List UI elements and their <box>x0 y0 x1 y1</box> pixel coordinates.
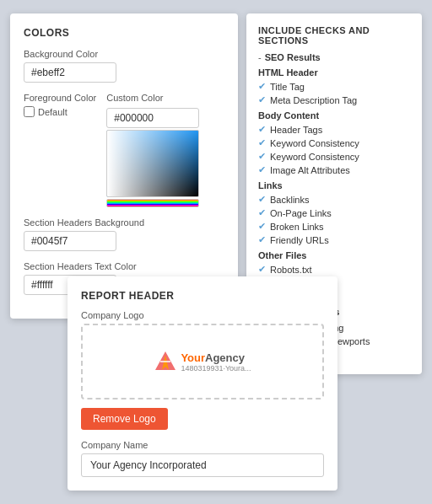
check-robots: ✔ Robots.txt <box>258 264 410 275</box>
logo-preview: YourAgency 1480319931·Youra... <box>154 350 251 373</box>
logo-upload-area[interactable]: YourAgency 1480319931·Youra... <box>81 324 324 399</box>
section-headers-bg-input[interactable] <box>24 231 116 251</box>
check-onpage-links: ✔ On-Page Links <box>258 207 410 218</box>
check-icon: ✔ <box>258 81 266 92</box>
company-logo-label: Company Logo <box>81 310 324 320</box>
check-header-tags: ✔ Header Tags <box>258 124 410 135</box>
report-card: REPORT HEADER Company Logo YourAgency 14… <box>68 276 338 491</box>
check-icon: ✔ <box>258 164 266 175</box>
seo-section-toggle[interactable]: - SEO Results <box>258 52 410 62</box>
bg-color-input[interactable] <box>24 62 116 83</box>
check-icon: ✔ <box>258 264 266 275</box>
check-icon: ✔ <box>258 151 266 162</box>
check-icon: ✔ <box>258 234 266 245</box>
logo-sub-text: 1480319931·Youra... <box>181 364 251 373</box>
fg-custom-field: Foreground Color Default Custom Color <box>24 93 224 207</box>
checks-title: INCLUDE CHECKS AND SECTIONS <box>258 25 410 46</box>
section-headers-bg-field: Section Headers Background <box>24 217 224 251</box>
logo-text: YourAgency 1480319931·Youra... <box>181 351 251 373</box>
check-backlinks: ✔ Backlinks <box>258 194 410 205</box>
custom-color-group: Custom Color <box>106 93 199 207</box>
bg-color-label: Background Color <box>24 49 224 59</box>
check-icon: ✔ <box>258 124 266 135</box>
agency-logo-icon <box>154 350 177 373</box>
other-files-label: Other Files <box>258 250 410 260</box>
check-icon: ✔ <box>258 221 266 232</box>
check-keyword-consistency-1: ✔ Keyword Consistency <box>258 137 410 148</box>
check-image-alt: ✔ Image Alt Attributes <box>258 164 410 175</box>
check-icon: ✔ <box>258 137 266 148</box>
html-header-label: HTML Header <box>258 67 410 78</box>
color-picker-canvas[interactable] <box>106 130 199 197</box>
body-content-label: Body Content <box>258 110 410 121</box>
check-friendly-urls: ✔ Friendly URLs <box>258 234 410 245</box>
company-name-label: Company Name <box>81 440 324 450</box>
company-name-input[interactable] <box>81 453 324 477</box>
report-title: REPORT HEADER <box>81 290 324 302</box>
colors-card: COLORS Background Color Foreground Color… <box>10 13 238 319</box>
custom-color-input[interactable] <box>106 108 199 128</box>
check-icon: ✔ <box>258 207 266 218</box>
hue-bar[interactable] <box>106 199 199 207</box>
default-checkbox[interactable] <box>24 106 35 117</box>
fg-color-group: Foreground Color Default <box>24 93 96 117</box>
check-icon: ✔ <box>258 94 266 105</box>
colors-title: COLORS <box>24 27 224 39</box>
remove-logo-button[interactable]: Remove Logo <box>81 408 168 430</box>
default-checkbox-label[interactable]: Default <box>24 106 96 117</box>
check-keyword-consistency-2: ✔ Keyword Consistency <box>258 151 410 162</box>
section-headers-text-label: Section Headers Text Color <box>24 261 224 271</box>
check-icon: ✔ <box>258 194 266 205</box>
bg-color-field: Background Color <box>24 49 224 83</box>
check-broken-links: ✔ Broken Links <box>258 221 410 232</box>
check-meta-desc: ✔ Meta Description Tag <box>258 94 410 105</box>
links-label: Links <box>258 180 410 190</box>
fg-color-label: Foreground Color <box>24 93 96 103</box>
check-title-tag: ✔ Title Tag <box>258 81 410 92</box>
custom-color-label: Custom Color <box>106 93 199 103</box>
section-headers-bg-label: Section Headers Background <box>24 217 224 228</box>
